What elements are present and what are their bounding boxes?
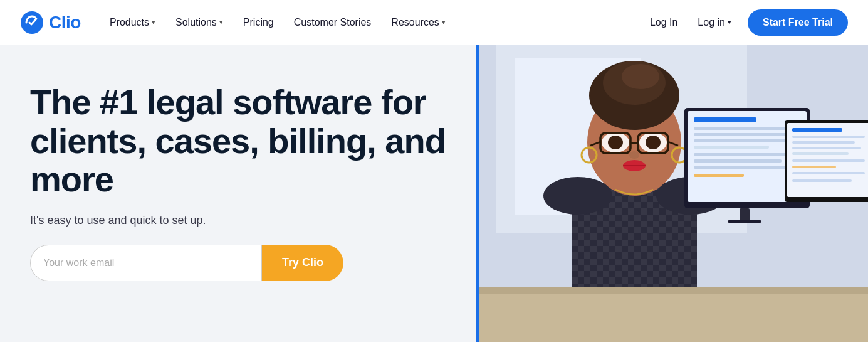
hero-email-form: Try Clio bbox=[30, 245, 343, 281]
email-input[interactable] bbox=[30, 245, 262, 281]
svg-rect-43 bbox=[792, 136, 865, 138]
svg-rect-45 bbox=[792, 147, 861, 149]
svg-rect-34 bbox=[694, 153, 800, 156]
svg-rect-42 bbox=[792, 128, 842, 132]
svg-rect-29 bbox=[694, 117, 756, 122]
logo-link[interactable]: Clio bbox=[20, 11, 81, 35]
hero-right bbox=[476, 45, 868, 342]
svg-rect-51 bbox=[479, 290, 868, 342]
svg-point-10 bbox=[622, 64, 659, 89]
svg-point-20 bbox=[629, 151, 639, 159]
svg-rect-35 bbox=[694, 159, 782, 163]
svg-rect-52 bbox=[479, 287, 868, 294]
nav-item-pricing[interactable]: Pricing bbox=[234, 12, 283, 33]
hero-illustration bbox=[479, 45, 868, 342]
svg-rect-30 bbox=[694, 127, 800, 130]
hero-subtext: It's easy to use and quick to set up. bbox=[30, 214, 446, 227]
clio-logo-icon bbox=[20, 11, 44, 35]
log-in-dropdown[interactable]: Log in ▾ bbox=[689, 12, 740, 33]
start-free-trial-button[interactable]: Start Free Trial bbox=[748, 9, 848, 36]
hero-headline: The #1 legal software for clients, cases… bbox=[30, 83, 446, 199]
svg-rect-49 bbox=[792, 172, 865, 174]
svg-point-25 bbox=[543, 177, 612, 215]
svg-rect-36 bbox=[694, 166, 794, 169]
nav-item-resources[interactable]: Resources ▾ bbox=[382, 12, 454, 33]
resources-chevron-icon: ▾ bbox=[442, 18, 446, 26]
hero-left: The #1 legal software for clients, cases… bbox=[0, 45, 476, 342]
svg-point-14 bbox=[646, 136, 661, 149]
svg-rect-46 bbox=[792, 152, 849, 155]
svg-rect-38 bbox=[740, 208, 750, 221]
svg-rect-31 bbox=[694, 133, 788, 136]
hero-section: The #1 legal software for clients, cases… bbox=[0, 45, 868, 342]
products-chevron-icon: ▾ bbox=[152, 18, 155, 26]
svg-rect-33 bbox=[694, 146, 769, 149]
header: Clio Products ▾ Solutions ▾ Pricing Cust… bbox=[0, 0, 868, 45]
login-chevron-icon: ▾ bbox=[728, 18, 731, 26]
nav-item-customer-stories[interactable]: Customer Stories bbox=[285, 12, 380, 33]
svg-rect-50 bbox=[792, 179, 852, 182]
log-in-link[interactable]: Log In bbox=[641, 12, 686, 33]
svg-rect-37 bbox=[694, 174, 744, 177]
svg-rect-39 bbox=[728, 220, 761, 223]
svg-point-13 bbox=[608, 136, 623, 149]
solutions-chevron-icon: ▾ bbox=[219, 18, 223, 26]
hero-image bbox=[476, 45, 868, 342]
try-clio-button[interactable]: Try Clio bbox=[262, 245, 343, 281]
svg-rect-44 bbox=[792, 141, 855, 144]
svg-rect-47 bbox=[792, 159, 865, 162]
svg-rect-48 bbox=[792, 166, 836, 168]
nav-item-solutions[interactable]: Solutions ▾ bbox=[167, 12, 232, 33]
svg-rect-32 bbox=[694, 139, 794, 142]
main-nav: Products ▾ Solutions ▾ Pricing Customer … bbox=[101, 9, 848, 36]
logo-text: Clio bbox=[49, 13, 81, 33]
nav-item-products[interactable]: Products ▾ bbox=[101, 12, 164, 33]
